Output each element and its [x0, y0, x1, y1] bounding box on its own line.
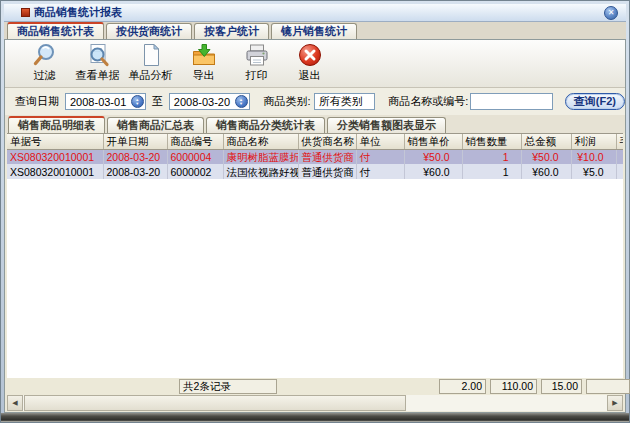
cell-unit-price: ¥50.0	[404, 149, 462, 164]
magnifier-icon	[32, 42, 58, 68]
col-header-product-code[interactable]: 商品编号	[167, 134, 223, 149]
cell-supplier-name: 普通供货商	[298, 164, 356, 179]
date-to-field[interactable]: 2008-03-20 ▲▼	[169, 93, 250, 110]
sales-detail-grid: 单据号 开单日期 商品编号 商品名称 供货商名称 单位 销售单价 销售数量 总金…	[7, 133, 623, 378]
title-bar: 商品销售统计报表 ✕	[4, 4, 626, 22]
col-header-quantity[interactable]: 销售数量	[462, 134, 521, 149]
tool-label: 退出	[299, 68, 321, 83]
main-tab-bar: 商品销售统计表 按供货商统计 按客户统计 镜片销售统计	[4, 22, 626, 39]
subtab-category-chart[interactable]: 分类销售额图表显示	[327, 117, 446, 133]
date-to-spinner-icon[interactable]: ▲▼	[235, 95, 248, 108]
cell-order-date: 2008-03-20	[103, 164, 167, 179]
col-header-profit[interactable]: 利润	[571, 134, 616, 149]
tool-label: 单品分析	[129, 68, 173, 83]
grid-header-row: 单据号 开单日期 商品编号 商品名称 供货商名称 单位 销售单价 销售数量 总金…	[7, 134, 623, 149]
cell-unit: 付	[356, 149, 404, 164]
col-header-total-amount[interactable]: 总金额	[521, 134, 571, 149]
cell-profit: ¥5.0	[571, 164, 616, 179]
view-receipt-button[interactable]: 查看单据	[71, 42, 124, 86]
profit-total-box: 15.00	[541, 379, 582, 394]
table-row-selected[interactable]: XS080320010001 2008-03-20 6000004 康明树脂蓝膜…	[7, 149, 623, 164]
date-from-field[interactable]: 2008-03-01 ▲▼	[65, 93, 146, 110]
horizontal-scrollbar[interactable]: ◀ ▶	[7, 395, 623, 411]
filter-button[interactable]: 过滤	[18, 42, 71, 86]
keyword-label: 商品名称或编号:	[388, 94, 468, 109]
keyword-input[interactable]	[470, 93, 552, 110]
report-window: 商品销售统计报表 ✕ 商品销售统计表 按供货商统计 按客户统计 镜片销售统计	[0, 0, 630, 423]
col-header-order-date[interactable]: 开单日期	[103, 134, 167, 149]
subtab-sales-summary[interactable]: 销售商品汇总表	[107, 117, 204, 133]
cell-product-code: 6000004	[167, 149, 223, 164]
to-label: 至	[152, 94, 163, 109]
window-title: 商品销售统计报表	[34, 5, 122, 20]
scrollbar-thumb[interactable]	[24, 395, 406, 411]
exit-button[interactable]: 退出	[283, 42, 336, 86]
col-header-margin[interactable]: 毛利率(%)	[616, 134, 623, 149]
cell-product-name: 法国依视路好视力树脂	[223, 164, 298, 179]
tool-label: 导出	[193, 68, 215, 83]
window-bottom-frame	[1, 413, 629, 422]
margin-total-box	[586, 379, 630, 394]
date-from-spinner-icon[interactable]: ▲▼	[131, 95, 144, 108]
col-header-product-name[interactable]: 商品名称	[223, 134, 298, 149]
cell-total-amount: ¥60.0	[521, 164, 571, 179]
col-header-unit-price[interactable]: 销售单价	[404, 134, 462, 149]
search-button[interactable]: 查询(F2)	[565, 93, 625, 110]
category-value: 所有类别	[319, 94, 363, 109]
cell-product-name: 康明树脂蓝膜折射1.49	[223, 149, 298, 164]
sub-tab-bar: 销售商品明细表 销售商品汇总表 销售商品分类统计表 分类销售额图表显示	[5, 115, 625, 133]
category-input[interactable]: 所有类别	[314, 93, 376, 110]
tool-label: 过滤	[34, 68, 56, 83]
cell-receipt-no: XS080320010001	[7, 149, 103, 164]
subtab-sales-detail[interactable]: 销售商品明细表	[8, 116, 105, 133]
cell-margin: 20	[616, 149, 623, 164]
category-label: 商品类别:	[264, 94, 311, 109]
grid-table: 单据号 开单日期 商品编号 商品名称 供货商名称 单位 销售单价 销售数量 总金…	[7, 134, 623, 179]
cell-supplier-name: 普通供货商	[298, 149, 356, 164]
summary-bar: 共2条记录 2.00 110.00 15.00	[7, 378, 623, 395]
tool-label: 打印	[246, 68, 268, 83]
tab-content-panel: 过滤 查看单据	[4, 39, 626, 413]
cell-order-date: 2008-03-20	[103, 149, 167, 164]
window-body: 商品销售统计报表 ✕ 商品销售统计表 按供货商统计 按客户统计 镜片销售统计	[4, 4, 626, 413]
cell-quantity: 1	[462, 149, 521, 164]
tab-by-customer[interactable]: 按客户统计	[194, 23, 269, 39]
item-analysis-button[interactable]: 单品分析	[124, 42, 177, 86]
tab-lens-sales[interactable]: 镜片销售统计	[271, 23, 357, 39]
record-count-box: 共2条记录	[179, 379, 277, 394]
col-header-supplier-name[interactable]: 供货商名称	[298, 134, 356, 149]
view-document-icon	[85, 42, 111, 68]
window-icon	[21, 8, 30, 17]
table-row[interactable]: XS080320010001 2008-03-20 6000002 法国依视路好…	[7, 164, 623, 179]
date-to-value: 2008-03-20	[174, 96, 230, 108]
date-from-value: 2008-03-01	[70, 96, 126, 108]
cell-receipt-no: XS080320010001	[7, 164, 103, 179]
col-header-receipt-no[interactable]: 单据号	[7, 134, 103, 149]
subtab-category-stats[interactable]: 销售商品分类统计表	[206, 117, 325, 133]
filter-bar: 查询日期 2008-03-01 ▲▼ 至 2008-03-20 ▲▼ 商品类别:	[5, 88, 625, 115]
tab-product-sales-stats[interactable]: 商品销售统计表	[7, 22, 104, 39]
cell-unit-price: ¥60.0	[404, 164, 462, 179]
export-folder-icon	[191, 42, 217, 68]
cell-margin: 8.33	[616, 164, 623, 179]
print-button[interactable]: 打印	[230, 42, 283, 86]
close-button[interactable]: ✕	[604, 6, 618, 20]
document-icon	[138, 42, 164, 68]
scroll-right-icon[interactable]: ▶	[607, 395, 623, 411]
cell-total-amount: ¥50.0	[521, 149, 571, 164]
cell-unit: 付	[356, 164, 404, 179]
tool-label: 查看单据	[76, 68, 120, 83]
cell-profit: ¥10.0	[571, 149, 616, 164]
export-button[interactable]: 导出	[177, 42, 230, 86]
tab-by-supplier[interactable]: 按供货商统计	[106, 23, 192, 39]
quantity-total-box: 2.00	[439, 379, 486, 394]
scroll-left-icon[interactable]: ◀	[7, 395, 23, 411]
col-header-unit[interactable]: 单位	[356, 134, 404, 149]
printer-icon	[244, 42, 270, 68]
exit-icon	[297, 42, 323, 68]
date-range-label: 查询日期	[15, 94, 59, 109]
toolbar: 过滤 查看单据	[5, 40, 625, 88]
amount-total-box: 110.00	[490, 379, 537, 394]
cell-product-code: 6000002	[167, 164, 223, 179]
cell-quantity: 1	[462, 164, 521, 179]
